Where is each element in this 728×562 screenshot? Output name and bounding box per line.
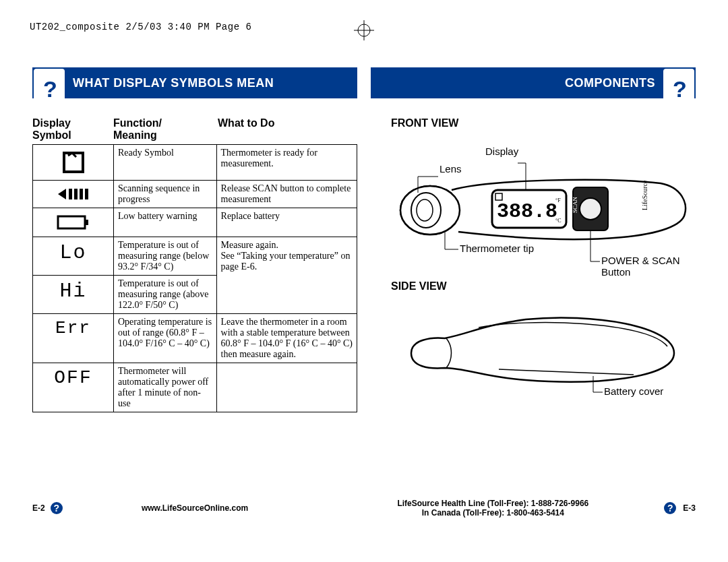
side-view-diagram: Battery cover [391, 306, 693, 403]
page-number-left: E-2 [32, 503, 45, 513]
table-row: Low battery warning Replace battery [33, 208, 357, 237]
svg-rect-4 [64, 153, 83, 172]
ready-icon [33, 145, 114, 181]
svg-rect-8 [80, 189, 83, 199]
svg-rect-11 [85, 220, 88, 225]
side-view-heading: SIDE VIEW [391, 280, 693, 292]
question-mark-icon: ? [34, 69, 65, 109]
question-circle-icon: ? [51, 502, 63, 514]
cell-function: Temperature is out of measuring range (b… [114, 237, 217, 276]
question-mark-icon: ? [663, 69, 694, 109]
svg-rect-6 [69, 189, 72, 199]
lo-icon: Lo [33, 237, 114, 276]
svg-text:?: ? [43, 76, 57, 102]
page-footer: E-2 ? www.LifeSourceOnline.com LifeSourc… [32, 499, 696, 518]
table-row: OFF Thermometer will automatically power… [33, 363, 357, 412]
cell-function: Ready Symbol [114, 145, 217, 181]
cell-action: Leave the thermometer in a room with a s… [216, 314, 357, 363]
scan-button-label: POWER & SCAN Button [601, 255, 693, 278]
svg-text:°C: °C [555, 218, 562, 224]
cell-function: Low battery warning [114, 208, 217, 237]
footer-url: www.LifeSourceOnline.com [65, 503, 325, 513]
svg-point-22 [580, 198, 601, 220]
col-header-symbol: DisplaySymbol [32, 117, 113, 142]
off-icon: OFF [33, 363, 114, 412]
canada-line: In Canada (Toll-Free): 1-800-463-5414 [324, 508, 661, 518]
symbols-table: Ready Symbol Thermometer is ready for me… [32, 144, 357, 412]
err-icon: Err [33, 314, 114, 363]
front-view-heading: FRONT VIEW [391, 117, 693, 129]
low-battery-icon [33, 208, 114, 237]
health-line: LifeSource Health Line (Toll-Free): 1-88… [324, 499, 661, 508]
lens-label: Lens [439, 163, 462, 175]
svg-text:°F: °F [555, 197, 561, 204]
table-row: Scanning sequence in progress Release SC… [33, 181, 357, 208]
svg-rect-9 [85, 189, 88, 199]
print-slug: UT202_composite 2/5/03 3:40 PM Page 6 [30, 22, 251, 32]
svg-text:SCAN: SCAN [572, 196, 578, 213]
svg-marker-5 [58, 189, 66, 199]
svg-text:LifeSource: LifeSource [641, 180, 648, 210]
col-header-action: What to Do [218, 117, 357, 142]
page-right: COMPONENTS ? FRONT VIEW 388.8 °F [371, 67, 696, 412]
battery-cover-label: Battery cover [604, 385, 663, 397]
table-row: Err Operating temperature is out of rang… [33, 314, 357, 363]
question-circle-icon: ? [664, 502, 676, 514]
col-header-function: Function/Meaning [113, 117, 218, 142]
svg-rect-10 [58, 216, 85, 228]
svg-rect-7 [74, 189, 78, 199]
cell-action: Replace battery [216, 208, 357, 237]
table-row: Lo Temperature is out of measuring range… [33, 237, 357, 276]
scanning-icon [33, 181, 114, 208]
display-label: Display [485, 146, 518, 157]
title-bar-left: ? WHAT DISPLAY SYMBOLS MEAN [32, 67, 357, 98]
cell-function: Thermometer will automatically power off… [114, 363, 217, 412]
tip-label: Thermometer tip [460, 243, 534, 254]
table-row: Ready Symbol Thermometer is ready for me… [33, 145, 357, 181]
title-text-right: COMPONENTS [565, 76, 655, 90]
cell-function: Operating temperature is out of range (6… [114, 314, 217, 363]
cell-action: Release SCAN button to complete measurem… [216, 181, 357, 208]
cell-function: Temperature is out of measuring range (a… [114, 276, 217, 314]
front-view-diagram: 388.8 °F °C SCAN LifeSource [391, 143, 693, 274]
cell-action [216, 363, 357, 412]
page-number-right: E-3 [683, 503, 696, 513]
cell-function: Scanning sequence in progress [114, 181, 217, 208]
registration-mark-top [354, 20, 374, 43]
cell-action: Thermometer is ready for measurement. [216, 145, 357, 181]
title-text-left: WHAT DISPLAY SYMBOLS MEAN [73, 76, 274, 90]
title-bar-right: COMPONENTS ? [371, 67, 696, 98]
svg-point-16 [417, 199, 433, 221]
page-left: ? WHAT DISPLAY SYMBOLS MEAN DisplaySymbo… [32, 67, 357, 412]
cell-action: Measure again. See “Taking your temperat… [216, 237, 357, 314]
hi-icon: Hi [33, 276, 114, 314]
svg-text:?: ? [673, 76, 687, 102]
lcd-readout: 388.8 [497, 200, 557, 223]
